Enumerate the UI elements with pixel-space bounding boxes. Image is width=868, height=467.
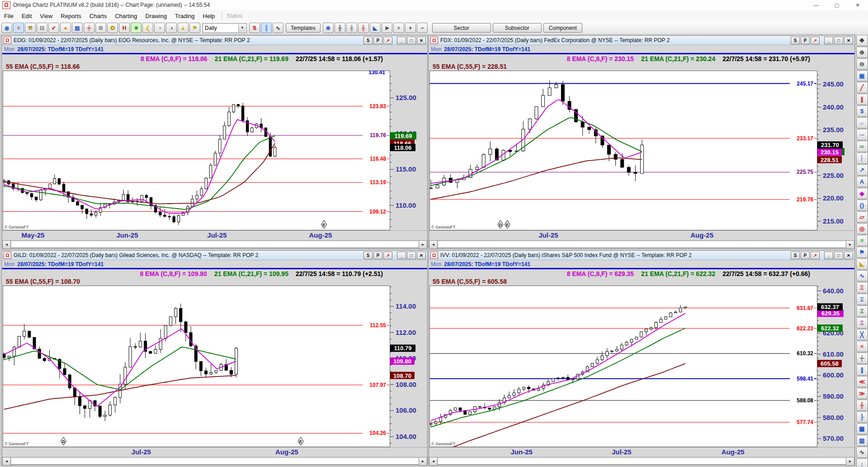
scroll-right-button[interactable]: ► xyxy=(846,240,854,249)
fib-arc-icon[interactable]: Ξ xyxy=(856,317,868,329)
window-close-button[interactable]: ✕ xyxy=(847,0,868,10)
close-button[interactable]: ✕ xyxy=(844,37,853,44)
close-button[interactable]: ✕ xyxy=(417,37,426,44)
key-icon[interactable]: ✪ xyxy=(107,23,118,33)
markup-icon[interactable]: ✔ xyxy=(48,23,59,33)
chevron-down-icon[interactable]: ▼ xyxy=(238,24,246,32)
properties-button[interactable]: P xyxy=(373,37,382,44)
candle-pattern3-icon[interactable]: ╫ xyxy=(358,23,369,33)
vertical-line-icon[interactable]: │ xyxy=(856,152,868,164)
minimize-button[interactable]: _ xyxy=(824,252,833,259)
trendline-icon[interactable]: ╱ xyxy=(856,82,868,93)
atom-icon[interactable]: ⊛ xyxy=(323,23,334,33)
chart-area[interactable]: 110.00115.00120.00125.00123.83119.76116.… xyxy=(3,71,427,230)
subsector-button[interactable]: Subsector xyxy=(493,23,542,33)
popout-icon[interactable]: ↗ xyxy=(811,252,820,259)
text-tool-icon[interactable]: A xyxy=(856,176,868,187)
menu-file[interactable]: File xyxy=(0,11,18,21)
horizontal-scrollbar[interactable]: ◄ ► xyxy=(2,457,427,465)
component-button[interactable]: Component xyxy=(543,23,582,33)
period-select[interactable]: Daily ▼ xyxy=(203,23,247,33)
settings-gear-icon[interactable]: ⚙ xyxy=(95,23,106,33)
horizontal-scrollbar[interactable]: ◄ ► xyxy=(2,240,427,248)
note-flag-icon[interactable]: ⚑ xyxy=(856,247,868,258)
templates-button[interactable]: Templates xyxy=(286,23,321,33)
updown-arrows-icon[interactable]: ⇅ xyxy=(249,23,260,33)
scale-button[interactable]: S xyxy=(791,37,800,44)
scroll-right-button[interactable]: ► xyxy=(419,240,427,249)
notes-icon[interactable]: ▤ xyxy=(72,23,83,33)
candle-pattern-icon[interactable]: ╫ xyxy=(335,23,345,33)
bars-pattern2-icon[interactable]: ╟ xyxy=(856,411,868,423)
scale-button[interactable]: S xyxy=(363,37,373,44)
circles-icon[interactable]: ◎ xyxy=(856,223,868,234)
line-chart-icon[interactable]: ∿ xyxy=(273,23,283,33)
arrow-up-right-icon[interactable]: ↗ xyxy=(856,164,868,176)
fan-left-icon[interactable]: ≪ xyxy=(856,376,868,387)
zoom-in-icon[interactable]: ⊕ xyxy=(856,47,868,58)
maximize-button[interactable]: □ xyxy=(407,252,416,259)
flag-chart-icon[interactable]: ⚑ xyxy=(189,23,200,33)
dollar-trend-icon[interactable]: $ xyxy=(856,105,868,117)
horizontal-line-2-icon[interactable]: ═ xyxy=(856,141,868,152)
menu-reports[interactable]: Reports xyxy=(57,11,85,21)
menu-trading[interactable]: Trading xyxy=(171,11,199,21)
snapshot-icon[interactable]: ◑ xyxy=(166,23,177,33)
horizontal-scrollbar[interactable]: ◄ ► xyxy=(429,240,854,248)
zoom-out-icon[interactable]: ⊖ xyxy=(856,58,868,70)
scale-button[interactable]: S xyxy=(791,252,800,259)
candle-pattern2-icon[interactable]: ╫ xyxy=(346,23,357,33)
crosshair-icon[interactable]: ┼ xyxy=(856,353,868,364)
maximize-button[interactable]: □ xyxy=(834,37,843,44)
pointer-icon[interactable]: ➤ xyxy=(382,23,392,33)
grid2-icon[interactable]: ▥ xyxy=(856,435,868,446)
properties-button[interactable]: P xyxy=(373,252,382,259)
close-button[interactable]: ✕ xyxy=(844,252,853,259)
popout-icon[interactable]: ↗ xyxy=(383,252,392,259)
alarm-icon[interactable]: ▲ xyxy=(178,23,189,33)
maximize-button[interactable]: □ xyxy=(407,37,416,44)
menu-drawing[interactable]: Drawing xyxy=(141,11,171,21)
hotlist-icon[interactable]: H xyxy=(119,23,130,33)
bars-pattern-icon[interactable]: ╫ xyxy=(856,400,868,411)
pan-icon[interactable]: ✥ xyxy=(856,35,868,46)
hatch-icon[interactable]: ∥ xyxy=(856,364,868,376)
wave-icon[interactable]: ∿ xyxy=(856,270,868,281)
cycle-icon[interactable]: ∿ xyxy=(856,447,868,458)
menu-charts[interactable]: Charts xyxy=(85,11,111,21)
horizontal-scrollbar[interactable]: ◄ ► xyxy=(429,457,854,465)
minus-icon[interactable]: − xyxy=(417,23,428,33)
printer-icon[interactable]: ⊟ xyxy=(37,23,47,33)
scroll-left-button[interactable]: ◄ xyxy=(2,457,11,466)
menu-charting[interactable]: Charting xyxy=(111,11,141,21)
extend-left-icon[interactable]: ← xyxy=(856,117,868,129)
fib-lines-icon[interactable]: Ξ xyxy=(856,282,868,293)
scroll-track[interactable] xyxy=(11,240,419,248)
minimize-button[interactable]: _ xyxy=(397,37,406,44)
chart-titlebar-ivv[interactable]: Ω IVV: 01/09/2022 - 22/07/2025 (Daily ba… xyxy=(429,251,854,260)
rps-levels-icon[interactable]: ≡ xyxy=(856,235,868,246)
chart-titlebar-fdx[interactable]: Ω FDX: 01/09/2022 - 22/07/2025 (Daily ba… xyxy=(429,36,854,45)
scroll-right-button[interactable]: ► xyxy=(419,457,427,466)
minimize-button[interactable]: _ xyxy=(824,37,833,44)
fib-extension-icon[interactable]: Ξ xyxy=(856,294,868,305)
gauge-icon[interactable]: ◔ xyxy=(154,23,165,33)
scroll-track[interactable] xyxy=(438,457,846,465)
chart-titlebar-gild[interactable]: Ω GILD: 01/09/2022 - 22/07/2025 (Daily b… xyxy=(2,251,427,260)
trend-tool-icon[interactable]: ◣ xyxy=(370,23,381,33)
minimize-button[interactable]: _ xyxy=(397,252,406,259)
scroll-right-button[interactable]: ► xyxy=(846,457,854,466)
alert-icon[interactable]: ● xyxy=(60,23,71,33)
wedge-icon[interactable]: ◣ xyxy=(856,258,868,270)
chart-area[interactable]: 104.00106.00108.00110.00112.00114.00112.… xyxy=(3,286,427,447)
grid-icon[interactable]: ▦ xyxy=(856,423,868,434)
scale-button[interactable]: S xyxy=(363,252,373,259)
properties-button[interactable]: P xyxy=(801,252,810,259)
braces-icon[interactable]: {} xyxy=(856,200,868,211)
stoplight-icon[interactable]: ≡ xyxy=(13,23,24,33)
bar-chart-icon[interactable]: ║ xyxy=(261,23,272,33)
structure-icon[interactable]: ╪ xyxy=(84,23,94,33)
shapes-icon[interactable]: ◆ xyxy=(856,188,868,199)
divide-icon[interactable]: ÷ xyxy=(393,23,404,33)
plus-icon[interactable]: + xyxy=(405,23,416,33)
